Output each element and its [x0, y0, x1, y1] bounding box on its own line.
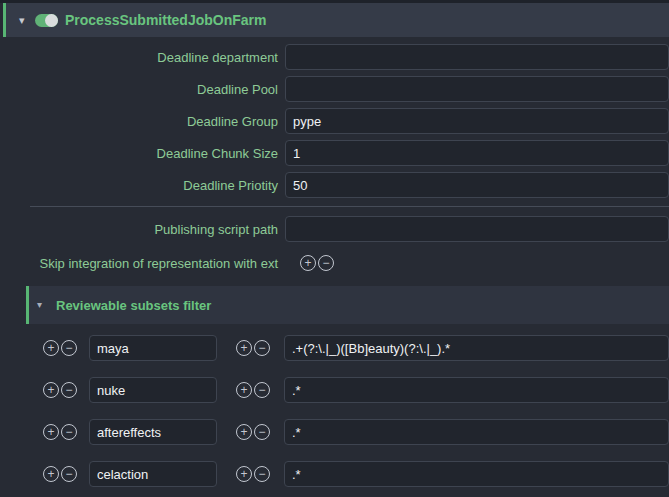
filter-key-input[interactable] — [89, 419, 217, 445]
add-item-button[interactable]: + — [236, 340, 252, 356]
toggle-knob — [45, 14, 58, 27]
collapse-caret-icon[interactable]: ▾ — [37, 300, 56, 310]
key-buttons: + − — [43, 340, 79, 356]
add-item-button[interactable]: + — [43, 424, 59, 440]
filter-row-aftereffects: + − + − — [0, 419, 669, 445]
plugin-group-header[interactable]: ▾ ProcessSubmittedJobOnFarm — [3, 3, 669, 37]
remove-item-button[interactable]: − — [318, 255, 334, 271]
plus-icon: + — [47, 467, 54, 481]
plus-icon: + — [47, 383, 54, 397]
minus-icon: − — [65, 467, 72, 481]
remove-item-button[interactable]: − — [61, 340, 77, 356]
value-buttons: + − — [236, 466, 272, 482]
add-item-button[interactable]: + — [43, 466, 59, 482]
deadline-priority-input[interactable] — [285, 172, 669, 198]
value-buttons: + − — [236, 424, 272, 440]
key-buttons: + − — [43, 466, 79, 482]
filter-row-nuke: + − + − — [0, 377, 669, 403]
deadline-group-input[interactable] — [285, 108, 669, 134]
remove-item-button[interactable]: − — [254, 340, 270, 356]
plus-icon: + — [304, 256, 311, 270]
plus-icon: + — [240, 383, 247, 397]
collapse-caret-icon[interactable]: ▾ — [19, 15, 33, 26]
plus-icon: + — [240, 341, 247, 355]
deadline-pool-input[interactable] — [285, 76, 669, 102]
minus-icon: − — [258, 467, 265, 481]
enabled-toggle[interactable] — [35, 14, 58, 27]
remove-item-button[interactable]: − — [61, 424, 77, 440]
value-buttons: + − — [236, 382, 272, 398]
minus-icon: − — [65, 341, 72, 355]
remove-item-button[interactable]: − — [254, 466, 270, 482]
field-row-deadline-group: Deadline Group — [0, 108, 669, 134]
minus-icon: − — [65, 425, 72, 439]
field-row-publishing-script-path: Publishing script path — [0, 216, 669, 242]
plus-icon: + — [240, 467, 247, 481]
plus-icon: + — [240, 425, 247, 439]
minus-icon: − — [65, 383, 72, 397]
minus-icon: − — [258, 425, 265, 439]
filter-row-maya: + − + − — [0, 335, 669, 361]
filter-rows: + − + − + − + − + − — [0, 335, 669, 487]
add-item-button[interactable]: + — [300, 255, 316, 271]
filter-key-input[interactable] — [89, 335, 217, 361]
minus-icon: − — [322, 256, 329, 270]
field-label: Skip integration of representation with … — [0, 256, 278, 271]
filter-key-input[interactable] — [89, 461, 217, 487]
filter-regex-input[interactable] — [284, 335, 669, 361]
add-item-button[interactable]: + — [43, 340, 59, 356]
field-row-deadline-chunk-size: Deadline Chunk Size — [0, 140, 669, 166]
filter-regex-input[interactable] — [284, 419, 669, 445]
field-row-deadline-department: Deadline department — [0, 44, 669, 70]
value-buttons: + − — [236, 340, 272, 356]
deadline-chunk-size-input[interactable] — [285, 140, 669, 166]
deadline-department-input[interactable] — [285, 44, 669, 70]
reviewable-subsets-filter-header[interactable]: ▾ Reviewable subsets filter — [26, 286, 669, 324]
minus-icon: − — [258, 383, 265, 397]
skip-integration-row: Skip integration of representation with … — [0, 250, 669, 276]
add-item-button[interactable]: + — [236, 466, 252, 482]
section-title: Reviewable subsets filter — [56, 298, 211, 313]
settings-form: Deadline department Deadline Pool Deadli… — [0, 44, 669, 487]
filter-regex-input[interactable] — [284, 377, 669, 403]
plus-icon: + — [47, 341, 54, 355]
add-item-button[interactable]: + — [43, 382, 59, 398]
field-label: Deadline department — [0, 50, 278, 65]
remove-item-button[interactable]: − — [254, 382, 270, 398]
key-buttons: + − — [43, 424, 79, 440]
remove-item-button[interactable]: − — [61, 466, 77, 482]
add-item-button[interactable]: + — [236, 424, 252, 440]
field-label: Deadline Chunk Size — [0, 146, 278, 161]
remove-item-button[interactable]: − — [61, 382, 77, 398]
filter-row-celaction: + − + − — [0, 461, 669, 487]
plus-icon: + — [47, 425, 54, 439]
publishing-script-path-input[interactable] — [285, 216, 669, 242]
add-item-button[interactable]: + — [236, 382, 252, 398]
field-label: Publishing script path — [0, 222, 278, 237]
field-row-deadline-priority: Deadline Priotity — [0, 172, 669, 198]
filter-key-input[interactable] — [89, 377, 217, 403]
separator — [30, 206, 669, 207]
field-row-deadline-pool: Deadline Pool — [0, 76, 669, 102]
remove-item-button[interactable]: − — [254, 424, 270, 440]
field-label: Deadline Pool — [0, 82, 278, 97]
field-label: Deadline Priotity — [0, 178, 278, 193]
filter-regex-input[interactable] — [284, 461, 669, 487]
key-buttons: + − — [43, 382, 79, 398]
list-buttons: + − — [300, 255, 336, 271]
field-label: Deadline Group — [0, 114, 278, 129]
plugin-title: ProcessSubmittedJobOnFarm — [65, 12, 267, 28]
minus-icon: − — [258, 341, 265, 355]
